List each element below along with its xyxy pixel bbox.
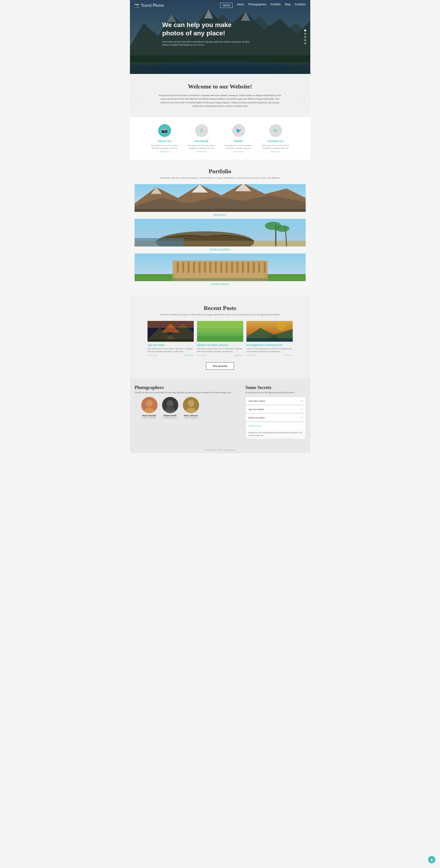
- photographers-subtitle: Vfacilisis at vero eros et accumsan et i…: [135, 391, 239, 394]
- accordion-plus-1: +: [301, 399, 303, 403]
- welcome-description: Duis autem vel eum iriure dolor in hendr…: [158, 94, 283, 108]
- welcome-title: Welcome to our Website!: [135, 83, 306, 90]
- portfolio-item-exotic[interactable]: Exotic Countries: [135, 219, 306, 251]
- post-desc-1: Duis autem vel eum iriure dolor in hendr…: [148, 347, 194, 353]
- twitter-icon: 🐦: [232, 124, 245, 137]
- post-footer-3: 29 Jun 2015 Read more: [246, 354, 293, 356]
- photographers-next[interactable]: →: [202, 406, 206, 410]
- post-img-1: [148, 321, 194, 342]
- post-read-2[interactable]: Read more: [234, 354, 243, 356]
- service-twitter-title: Twitter: [225, 139, 253, 143]
- photographers-prev[interactable]: ←: [135, 406, 138, 410]
- svg-rect-33: [198, 262, 201, 273]
- portfolio-label-mountains: Mountains: [135, 213, 306, 216]
- nav-photographers[interactable]: Photographers: [248, 3, 266, 8]
- post-title-1: Typi non habe: [148, 344, 194, 346]
- svg-point-63: [276, 321, 286, 330]
- photo-cards: Marta Wonder 5 years experience Robert: [140, 397, 200, 419]
- photographer-name-1: Marta Wonder: [140, 414, 158, 417]
- accordion-header-3[interactable]: Mirum est notare +: [246, 414, 305, 421]
- svg-rect-29: [177, 262, 179, 273]
- footer-text: Travel Photos © 2015 · Privacy policy: [205, 449, 235, 451]
- photographers-section: Photographers Vfacilisis at vero eros et…: [135, 385, 239, 439]
- svg-rect-47: [135, 278, 306, 281]
- post-title-2: Claritas est etiam process: [197, 344, 243, 346]
- service-facebook-title: Facebook: [188, 139, 215, 143]
- accordion-header-1[interactable]: Nam liber tempor +: [246, 397, 305, 405]
- portfolio-item-mountains[interactable]: Mountains: [135, 184, 306, 216]
- portfolio-subtitle: Ovulputate velit esse molestie consequat…: [135, 177, 306, 179]
- svg-rect-35: [209, 262, 211, 273]
- svg-rect-59: [197, 321, 243, 333]
- accordion-item-1: Nam liber tempor +: [245, 397, 306, 405]
- hero-dot-3[interactable]: [304, 36, 306, 38]
- svg-rect-40: [236, 262, 238, 273]
- nav-home[interactable]: Home: [220, 3, 233, 8]
- svg-rect-34: [204, 262, 206, 273]
- posts-grid: Typi non habe Duis autem vel eum iriure …: [135, 321, 306, 356]
- recent-posts-section: Recent Posts Nisl esse molestie consequa…: [130, 297, 310, 378]
- accordion-header-4[interactable]: Eodem modo −: [246, 422, 305, 430]
- hero-description: Duis autem vel eum iriure dolor in hendr…: [162, 40, 250, 47]
- accordion-header-2[interactable]: Typi non habent +: [246, 405, 305, 413]
- portfolio-label-exotic: Exotic Countries: [135, 248, 306, 251]
- accordion-item-2: Typi non habent +: [245, 405, 306, 413]
- post-title-3: Investigationes demonstraver: [246, 344, 293, 346]
- photographer-exp-3: 3 years experience: [182, 417, 200, 419]
- nav-blog[interactable]: Blog: [285, 3, 290, 8]
- nav-contacts[interactable]: Contacts: [295, 3, 305, 8]
- avatar-marta: [141, 397, 157, 413]
- service-about-us-title: About Us: [151, 139, 178, 143]
- see-all-posts-button[interactable]: See all posts: [206, 362, 234, 370]
- portfolio-title: Portfolio: [135, 168, 306, 175]
- camera-icon: 📷: [135, 3, 140, 8]
- recent-posts-subtitle: Nisl esse molestie consequat, vel illum …: [135, 313, 306, 316]
- service-facebook-read[interactable]: Read more: [188, 151, 215, 153]
- post-img-3: [246, 321, 293, 342]
- svg-rect-16: [135, 209, 306, 212]
- service-contact-us-read[interactable]: Read more: [262, 151, 290, 153]
- post-img-2: [197, 321, 243, 342]
- photographer-name-3: Mark Johnson: [182, 414, 200, 417]
- welcome-prev[interactable]: ←: [135, 98, 139, 103]
- svg-point-23: [275, 225, 289, 232]
- svg-rect-44: [258, 262, 260, 273]
- hero-dots: [304, 30, 306, 44]
- about-us-icon: 📷: [158, 124, 171, 137]
- site-logo[interactable]: 📷 Travel Photos: [135, 3, 164, 8]
- post-date-2: 29 Jun 2015: [197, 354, 206, 356]
- svg-rect-38: [226, 262, 228, 273]
- welcome-nav: ← Duis autem vel eum iriure dolor in hen…: [135, 94, 306, 108]
- svg-rect-31: [187, 262, 189, 273]
- service-twitter-read[interactable]: Read more: [225, 151, 253, 153]
- facebook-icon: f: [195, 124, 208, 137]
- svg-rect-43: [253, 262, 255, 273]
- hero-section: We can help you make photos of any place…: [130, 0, 310, 74]
- email-icon: ✉: [269, 124, 282, 137]
- service-about-us: 📷 About Us Duis autem vel eum iriure dol…: [151, 124, 178, 153]
- svg-point-66: [146, 400, 153, 407]
- nav-portfolio[interactable]: Portfolio: [270, 3, 281, 8]
- avatar-mark: [183, 397, 199, 413]
- post-read-1[interactable]: Read more: [185, 354, 194, 356]
- welcome-next[interactable]: →: [301, 98, 306, 103]
- portfolio-item-ancient[interactable]: Ancient Places: [135, 253, 306, 286]
- service-contact-us-desc: Duis autem vel eum iriure dolor in hendr…: [262, 144, 290, 150]
- nav-about[interactable]: About: [237, 3, 244, 8]
- svg-rect-36: [214, 262, 217, 273]
- service-contact-us-title: Contact Us: [262, 139, 290, 143]
- accordion-item-4: Eodem modo − Duraese et iusto odio digni…: [245, 422, 306, 439]
- hero-dot-5[interactable]: [304, 42, 306, 44]
- hero-dot-2[interactable]: [304, 33, 306, 35]
- post-date-3: 29 Jun 2015: [246, 354, 256, 356]
- accordion-label-1: Nam liber tempor: [248, 400, 265, 402]
- hero-dot-1[interactable]: [304, 30, 306, 31]
- svg-rect-30: [182, 262, 184, 273]
- service-twitter-desc: Duis autem vel eum iriure dolor in hendr…: [225, 144, 253, 150]
- post-read-3[interactable]: Read more: [284, 354, 292, 356]
- hero-dot-4[interactable]: [304, 39, 306, 41]
- secrets-title: Some Secrets: [245, 385, 306, 390]
- svg-point-73: [188, 400, 194, 407]
- welcome-section: Welcome to our Website! ← Duis autem vel…: [130, 74, 310, 117]
- service-about-us-read[interactable]: Read more: [151, 151, 178, 153]
